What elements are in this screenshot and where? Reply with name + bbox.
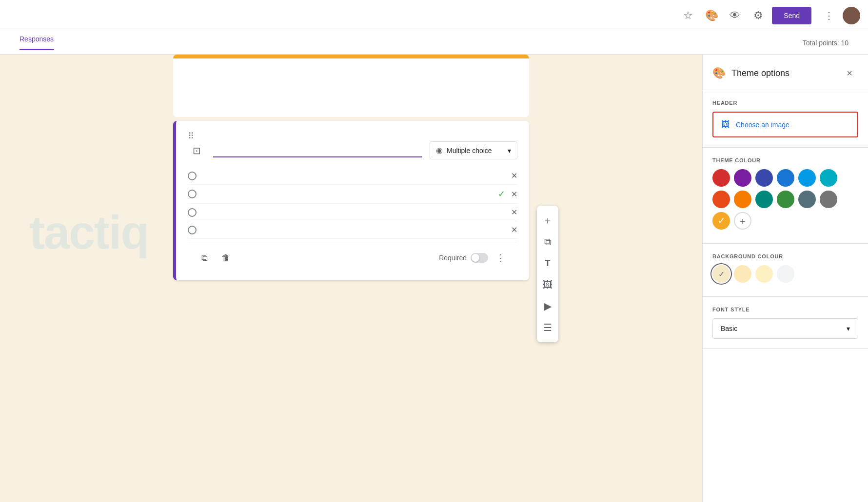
form-header-inner (173, 58, 529, 117)
theme-color-cyan[interactable] (820, 169, 837, 187)
radio-option-3 (188, 208, 197, 217)
theme-color-deep-orange[interactable] (712, 191, 730, 208)
add-image-float-button[interactable]: 🖼 (537, 274, 558, 295)
preview-icon-button[interactable]: 👁 (725, 6, 745, 25)
theme-color-amber-selected[interactable] (712, 212, 730, 230)
floating-toolbar: ＋ ⧉ T 🖼 ▶ ☰ (537, 206, 558, 342)
image-float-icon: 🖼 (543, 279, 552, 290)
remove-option-2[interactable]: ✕ (511, 190, 517, 199)
correct-answer-check: ✓ (498, 189, 505, 199)
drag-handle[interactable]: ⠿ (188, 131, 517, 141)
add-question-button[interactable]: ＋ (537, 210, 558, 231)
theme-options-panel: 🎨 Theme options × HEADER 🖼 Choose an ima… (702, 55, 868, 502)
remove-option-1[interactable]: ✕ (511, 171, 517, 180)
duplicate-button[interactable]: ⧉ (196, 249, 213, 267)
import-button[interactable]: ⧉ (537, 231, 558, 252)
font-value: Basic (721, 325, 737, 332)
font-style-section: FONT STYLE Basic ▾ (703, 297, 868, 349)
close-panel-button[interactable]: × (841, 64, 858, 82)
choose-image-button[interactable]: 🖼 Choose an image (712, 112, 858, 137)
bg-color-tan-selected[interactable]: ✓ (712, 265, 730, 283)
theme-color-blue-grey[interactable] (798, 191, 816, 208)
question-card: ⠿ ⊡ ◉ Multiple choice ▾ ✕ (173, 121, 529, 280)
delete-button[interactable]: 🗑 (217, 249, 235, 267)
answer-option-3: ✕ (188, 204, 517, 221)
required-toggle[interactable] (471, 253, 488, 263)
remove-option-3[interactable]: ✕ (511, 208, 517, 217)
watermark-text: tactiq (29, 206, 148, 259)
copy-icon: ⧉ (201, 253, 208, 263)
bg-color-light-grey[interactable] (777, 265, 794, 283)
answer-option-4: ✕ (188, 221, 517, 239)
answer-option-1: ✕ (188, 167, 517, 185)
add-image-button[interactable]: ⊡ (188, 142, 205, 159)
theme-color-row-1 (712, 169, 858, 187)
more-icon: ⋮ (824, 10, 834, 21)
close-icon: × (847, 68, 852, 79)
bg-color-light-yellow[interactable] (734, 265, 751, 283)
settings-icon-button[interactable]: ⚙ (749, 6, 768, 25)
add-title-button[interactable]: T (537, 252, 558, 274)
star-icon-button[interactable]: ☆ (678, 6, 698, 25)
question-top: ⊡ ◉ Multiple choice ▾ (188, 141, 517, 159)
tabs-bar: Responses Total points: 10 (0, 31, 868, 55)
bg-check-icon: ✓ (718, 270, 725, 279)
more-question-options[interactable]: ⋮ (492, 249, 510, 267)
theme-colour-section: THEME COLOUR ＋ (703, 148, 868, 244)
answer-option-2: ✓ ✕ (188, 185, 517, 204)
bg-color-row: ✓ (712, 265, 858, 283)
card-bottom-toolbar: ⧉ 🗑 Required ⋮ (188, 243, 517, 272)
font-dropdown-arrow-icon: ▾ (847, 325, 850, 332)
avatar[interactable] (843, 7, 860, 24)
left-content: tactiq ⠿ ⊡ ◉ Multiple choice ▾ ✕ (0, 55, 702, 502)
radio-option-2 (188, 190, 197, 198)
image-choose-icon: 🖼 (721, 119, 730, 130)
tab-responses[interactable]: Responses (20, 35, 54, 50)
choose-image-label: Choose an image (736, 121, 789, 129)
theme-color-grey[interactable] (820, 191, 837, 208)
gear-icon: ⚙ (753, 9, 763, 22)
add-section-button[interactable]: ☰ (537, 317, 558, 338)
text-icon: T (545, 258, 551, 269)
required-label: Required (439, 254, 467, 262)
theme-color-orange[interactable] (734, 191, 751, 208)
theme-color-purple[interactable] (734, 169, 751, 187)
theme-color-teal[interactable] (755, 191, 773, 208)
send-button[interactable]: Send (772, 7, 811, 24)
theme-palette-icon: 🎨 (712, 67, 726, 79)
header-section-label: HEADER (712, 100, 858, 106)
star-icon: ☆ (683, 9, 693, 22)
form-header-card (173, 55, 529, 117)
theme-color-row-2 (712, 191, 858, 208)
font-style-label: FONT STYLE (712, 307, 858, 312)
theme-colour-label: THEME COLOUR (712, 157, 858, 163)
question-type-label: Multiple choice (447, 147, 492, 154)
theme-color-indigo[interactable] (755, 169, 773, 187)
theme-color-light-blue[interactable] (798, 169, 816, 187)
video-icon: ▶ (544, 300, 552, 312)
theme-color-green[interactable] (777, 191, 794, 208)
radio-option-4 (188, 226, 197, 234)
remove-option-4[interactable]: ✕ (511, 225, 517, 234)
theme-color-blue[interactable] (777, 169, 794, 187)
import-icon: ⧉ (544, 236, 551, 248)
add-custom-color-button[interactable]: ＋ (734, 212, 751, 230)
trash-icon: 🗑 (221, 253, 230, 263)
bg-color-pale-yellow[interactable] (755, 265, 773, 283)
top-navigation: ☆ 🎨 👁 ⚙ Send ⋮ (0, 0, 868, 31)
add-icon: ＋ (543, 214, 552, 227)
add-color-icon: ＋ (738, 214, 748, 228)
palette-icon-button[interactable]: 🎨 (702, 6, 721, 25)
theme-color-red[interactable] (712, 169, 730, 187)
question-title-input[interactable] (213, 144, 422, 157)
question-type-select[interactable]: ◉ Multiple choice ▾ (430, 141, 517, 159)
dropdown-arrow-icon: ▾ (508, 147, 511, 154)
eye-icon: 👁 (730, 9, 740, 22)
more-options-button[interactable]: ⋮ (819, 6, 839, 25)
main-area: tactiq ⠿ ⊡ ◉ Multiple choice ▾ ✕ (0, 55, 868, 502)
add-video-button[interactable]: ▶ (537, 295, 558, 317)
font-style-dropdown[interactable]: Basic ▾ (712, 318, 858, 339)
more-vert-icon: ⋮ (496, 252, 505, 263)
header-section: HEADER 🖼 Choose an image (703, 90, 868, 148)
radio-icon: ◉ (436, 146, 443, 155)
